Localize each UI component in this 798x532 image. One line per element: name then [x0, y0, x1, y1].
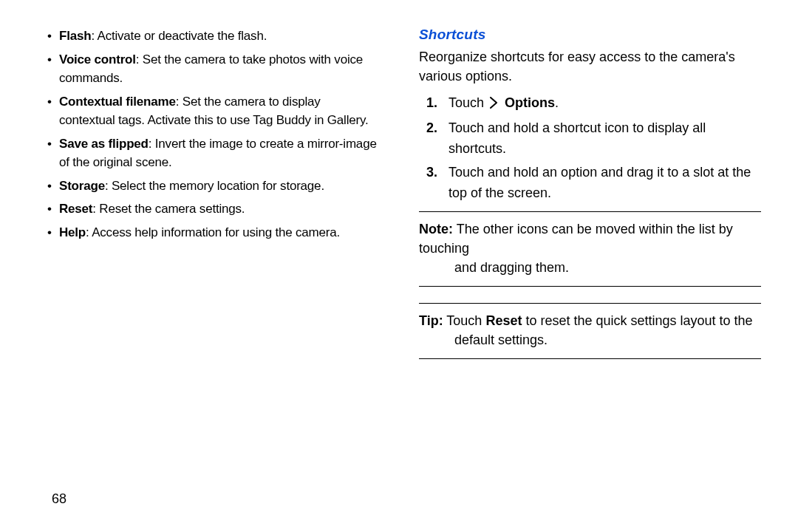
- list-item: Reset: Reset the camera settings.: [37, 200, 379, 219]
- steps-list: Touch Options. Touch and hold a shortcut…: [419, 93, 761, 203]
- desc: : Access help information for using the …: [86, 225, 340, 239]
- term: Storage: [59, 179, 105, 193]
- divider: [419, 358, 761, 359]
- chevron-right-icon: [488, 95, 499, 115]
- desc: : Select the memory location for storage…: [105, 179, 324, 193]
- note-label: Note:: [419, 222, 453, 236]
- list-item: Contextual filename: Set the camera to d…: [37, 92, 379, 130]
- list-item: Storage: Select the memory location for …: [37, 177, 379, 196]
- tip-text-line2: default settings.: [419, 330, 761, 349]
- note-text: The other icons can be moved within the …: [419, 222, 733, 256]
- step-item: Touch and hold a shortcut icon to displa…: [419, 118, 761, 160]
- step-bold: Options: [505, 95, 555, 110]
- term: Contextual filename: [59, 95, 176, 109]
- divider: [419, 303, 761, 304]
- term: Reset: [59, 202, 92, 216]
- step-suffix: .: [555, 95, 559, 110]
- left-column: Flash: Activate or deactivate the flash.…: [37, 27, 379, 364]
- right-column: Shortcuts Reorganize shortcuts for easy …: [419, 27, 761, 364]
- term: Voice control: [59, 52, 136, 66]
- step-item: Touch and hold an option and drag it to …: [419, 163, 761, 204]
- intro-paragraph: Reorganize shortcuts for easy access to …: [419, 47, 761, 86]
- term: Flash: [59, 29, 91, 43]
- tip-block: Tip: Touch Reset to reset the quick sett…: [419, 308, 761, 354]
- step-item: Touch Options.: [419, 93, 761, 115]
- step-text: Touch and hold an option and drag it to …: [449, 165, 751, 200]
- step-text: Touch: [449, 95, 488, 110]
- tip-text: to reset the quick settings layout to th…: [522, 313, 752, 328]
- step-text: Touch and hold a shortcut icon to displa…: [449, 120, 706, 156]
- list-item: Flash: Activate or deactivate the flash.: [37, 27, 379, 46]
- desc: : Activate or deactivate the flash.: [91, 29, 267, 43]
- section-heading-shortcuts: Shortcuts: [419, 27, 761, 43]
- list-item: Voice control: Set the camera to take ph…: [37, 50, 379, 88]
- divider: [419, 211, 761, 212]
- desc: : Reset the camera settings.: [92, 202, 245, 216]
- note-block: Note: The other icons can be moved withi…: [419, 216, 761, 282]
- term: Save as flipped: [59, 137, 149, 151]
- page-number: 68: [52, 491, 66, 507]
- manual-page: Flash: Activate or deactivate the flash.…: [0, 0, 798, 532]
- tip-bold: Reset: [485, 313, 522, 328]
- tip-prefix: Touch: [443, 313, 486, 328]
- list-item: Save as flipped: Invert the image to cre…: [37, 134, 379, 172]
- list-item: Help: Access help information for using …: [37, 223, 379, 242]
- settings-bullet-list: Flash: Activate or deactivate the flash.…: [37, 27, 379, 242]
- spacer: [419, 291, 761, 299]
- note-text-line2: and dragging them.: [419, 258, 761, 277]
- term: Help: [59, 225, 86, 239]
- tip-label: Tip:: [419, 313, 443, 328]
- two-column-layout: Flash: Activate or deactivate the flash.…: [37, 27, 761, 364]
- divider: [419, 286, 761, 287]
